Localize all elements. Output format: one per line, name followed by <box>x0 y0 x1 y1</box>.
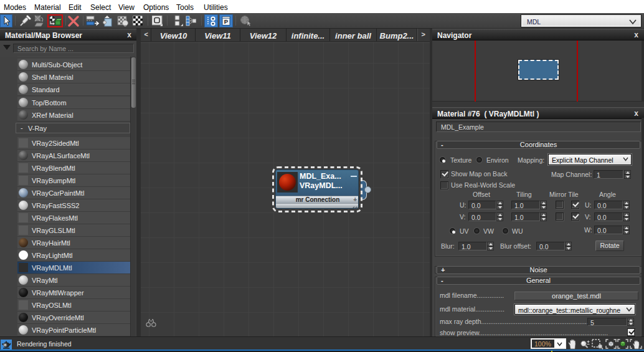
svg-text:P: P <box>224 18 229 25</box>
